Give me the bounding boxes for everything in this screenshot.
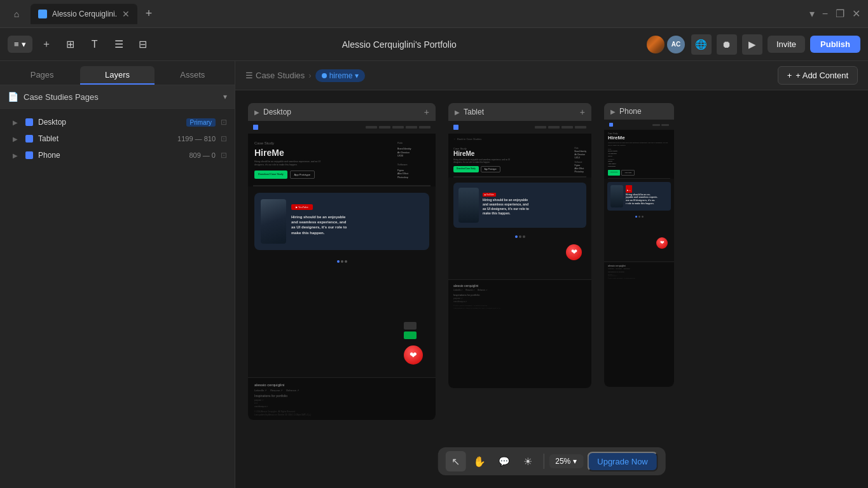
nav-logo (253, 125, 258, 130)
dot (642, 216, 644, 218)
breadcrumb-case-studies[interactable]: ☰ Case Studies (245, 71, 305, 80)
table-button[interactable]: ⊟ (133, 34, 153, 55)
preview-copyright: © 2024 Alessio Cerquiglini - All Rights … (254, 410, 429, 413)
preview-hero-right: Role Brand IdentityArt DirectionUX/UI So… (397, 141, 429, 180)
invite-button[interactable]: Invite (768, 36, 805, 53)
brand-name: HireMe (608, 135, 670, 141)
preview-last-updated: Last updated by Alessio on October 20, 2… (254, 414, 429, 416)
browser-home-button[interactable]: ⌂ (8, 5, 25, 23)
insp-item-2: • • • (254, 402, 429, 405)
tablet-phone-mockup (458, 188, 479, 223)
footer-link: LinkedIn (608, 268, 614, 270)
upgrade-now-button[interactable]: Upgrade Now (587, 452, 658, 471)
copyright: © 2024 Alessio Cerquiglini - All Rights … (608, 277, 670, 279)
tablet-preview-content: ←Back to Case Studies Case Study HireMe … (448, 121, 591, 388)
frame-add-button[interactable]: + (424, 107, 429, 117)
preview-btns: Download Case Study App Prototype (453, 166, 569, 172)
phone-preview-content: Case Study HireMe Hiring should be an en… (604, 120, 674, 387)
insp-items: purpose ↗ oneofmany.co ↗ (453, 297, 586, 303)
browser-minimize[interactable]: − (822, 8, 828, 20)
prototype-btn: App Prototype (481, 166, 500, 172)
frame-play-icon: ▶ (610, 108, 616, 115)
phone-footer: alessio cerquiglini LinkedIn Resume Beha… (604, 261, 674, 281)
tablet-back-btn: ←Back to Case Studies (448, 134, 591, 144)
doc-button[interactable]: ☰ (109, 34, 129, 55)
hand-tool[interactable]: ✋ (469, 451, 490, 471)
section-doc-icon: 📄 (8, 92, 18, 102)
record-button[interactable]: ⏺ (717, 34, 737, 55)
frame-tablet-preview: ←Back to Case Studies Case Study HireMe … (448, 121, 591, 388)
footer-name: alessio cerquiglini (453, 284, 586, 288)
browser-close[interactable]: ✕ (852, 8, 860, 20)
play-button[interactable]: ▶ (742, 34, 762, 55)
comment-tool[interactable]: 💬 (493, 451, 514, 471)
bottom-toolbar: ↖ ✋ 💬 ☀ 25% ▾ Upgrade Now (437, 447, 666, 475)
tablet-heading: Hiring should be an enjoyableand seamles… (483, 198, 529, 216)
tab-assets[interactable]: Assets (156, 66, 230, 85)
download-btn: Download (608, 170, 620, 176)
tablet-card: ▶ YouTube Hiring should be an enjoyablea… (453, 183, 586, 228)
nav-logo (453, 125, 458, 130)
layer-name: Tablet (38, 134, 172, 143)
brand-name: HireMe (453, 150, 569, 157)
footer-link: Resume ↗ (465, 289, 475, 291)
ui-elements (404, 322, 417, 339)
frame-phone-title: Phone (619, 107, 668, 116)
toolbar-right: AC 🌐 ⏺ ▶ Invite Publish (645, 34, 860, 55)
frame-add-button[interactable]: + (580, 107, 585, 117)
footer-name: alessio cerquiglini (254, 383, 429, 387)
text-button[interactable]: T (85, 34, 105, 55)
zoom-control[interactable]: 25% ▾ (549, 454, 583, 468)
globe-button[interactable]: 🌐 (691, 34, 712, 55)
toolbar-brand-button[interactable]: ≡ ▾ (8, 36, 32, 53)
breadcrumb-separator: › (308, 71, 311, 80)
add-element-button[interactable]: ＋ (36, 34, 57, 55)
phone-mockup (610, 185, 623, 207)
cursor-tool[interactable]: ↖ (445, 451, 465, 471)
layer-settings-icon[interactable]: ⊡ (221, 134, 227, 143)
tab-favicon (38, 10, 47, 18)
breadcrumb: ☰ Case Studies › hireme ▾ (245, 69, 365, 82)
last-updated: Last updated by Alessio on October 20, 2… (453, 307, 586, 309)
desktop-preview-content: Case Study HireMe Hiring should be an en… (248, 121, 436, 420)
layer-item[interactable]: ▶ Desktop Primary ⊡ (0, 114, 235, 130)
browser-chrome: ⌂ Alessio Cerquiglini. ✕ + ▾ − ❐ ✕ (0, 0, 868, 28)
nav-items (366, 126, 431, 129)
brand-dropdown-icon: ▾ (22, 39, 26, 49)
browser-down-arrow[interactable]: ▾ (809, 8, 815, 20)
publish-button[interactable]: Publish (810, 36, 860, 53)
preview-hero: Case Study HireMe Hiring should be an en… (248, 134, 436, 185)
sun-tool[interactable]: ☀ (518, 451, 538, 471)
hireme-chevron-icon: ▾ (355, 71, 359, 80)
active-tab[interactable]: Alessio Cerquiglini. ✕ (31, 4, 137, 24)
layer-item[interactable]: ▶ Tablet 1199 — 810 ⊡ (0, 130, 235, 147)
browser-restore[interactable]: ❐ (836, 8, 844, 20)
breadcrumb-hireme[interactable]: hireme ▾ (315, 69, 366, 82)
layer-size-badge: 809 — 0 (189, 151, 216, 159)
new-tab-button[interactable]: + (140, 5, 158, 23)
zoom-value: 25% (555, 457, 570, 466)
tablet-text-block: ▶ YouTube Hiring should be an enjoyablea… (483, 188, 529, 223)
layer-item[interactable]: ▶ Phone 809 — 0 ⊡ (0, 147, 235, 164)
toolbar-center: Alessio Cerquiglini's Portfolio (158, 39, 640, 50)
canvas-topbar: ☰ Case Studies › hireme ▾ + + Add Conten… (235, 61, 868, 90)
nav-item (406, 126, 417, 129)
frame-play-icon: ▶ (254, 109, 259, 116)
tab-pages[interactable]: Pages (5, 66, 79, 85)
grid-button[interactable]: ⊞ (60, 34, 81, 55)
frame-desktop: ▶ Desktop + (248, 103, 436, 420)
dot-1 (337, 260, 340, 263)
tab-close-button[interactable]: ✕ (122, 9, 130, 19)
tab-layers[interactable]: Layers (80, 66, 154, 85)
dot-3 (345, 260, 347, 263)
add-content-button[interactable]: + + Add Content (778, 66, 858, 85)
footer-link: LinkedIn ↗ (453, 289, 463, 291)
layer-settings-icon[interactable]: ⊡ (221, 151, 227, 160)
section-title: Case Studies Pages (24, 92, 218, 102)
section-header[interactable]: 📄 Case Studies Pages ▾ (0, 85, 235, 109)
footer-linkedin: LinkedIn ↗ (254, 389, 266, 392)
layer-settings-icon[interactable]: ⊡ (221, 118, 227, 127)
avatar-group: AC (645, 34, 686, 55)
zoom-dropdown-icon: ▾ (573, 457, 577, 466)
dot-2 (341, 260, 343, 263)
